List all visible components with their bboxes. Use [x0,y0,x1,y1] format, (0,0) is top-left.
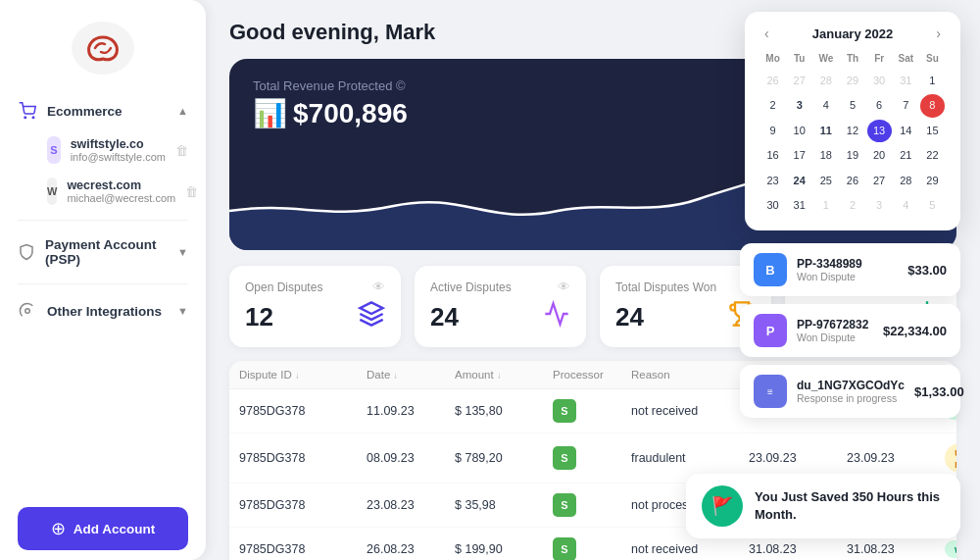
calendar-day[interactable]: 29 [920,170,945,192]
cal-day-header: Su [920,51,945,68]
calendar-day[interactable]: 13 [867,120,892,142]
stat-won-title: Total Disputes Won [615,280,716,294]
calendar-day[interactable]: 12 [840,120,864,142]
calendar-day[interactable]: 7 [894,94,918,117]
calendar-day[interactable]: 28 [813,70,838,92]
calendar-day[interactable]: 19 [840,144,864,167]
stat-open-eye-icon[interactable]: 👁 [372,280,385,294]
cell-response-due: 31.08.23 [739,542,837,556]
payment-group[interactable]: Payment Account (PSP) ▼ [0,229,206,276]
dmc-info: PP-3348989 Won Dispute [797,257,898,282]
calendar-day[interactable]: 5 [920,194,945,217]
calendar-day[interactable]: 10 [787,120,811,142]
dmc-status: Won Dispute [797,271,898,282]
wecrest-delete-icon[interactable]: 🗑 [185,184,198,199]
calendar-next-button[interactable]: › [932,25,945,41]
calendar-day[interactable]: 29 [840,70,864,92]
wecrest-email: michael@wecrest.com [67,192,175,204]
col-processor: Processor [543,369,621,381]
stat-open-bottom: 12 [245,300,385,333]
cell-id: 9785DG378 [229,404,357,418]
calendar-day[interactable]: 31 [787,194,811,217]
calendar-day[interactable]: 24 [787,170,811,192]
calendar-day[interactable]: 17 [787,144,811,167]
stat-active-eye-icon[interactable]: 👁 [558,280,570,294]
dmc-avatar: B [754,253,787,286]
ecommerce-group[interactable]: Ecommerce ▲ [0,92,206,129]
integrations-group[interactable]: Other Integrations ▼ [0,292,206,330]
dmc-info: du_1NG7XGCOdYc Response in progress [797,379,905,404]
calendar-prev-button[interactable]: ‹ [760,25,773,41]
stat-won-value: 24 [615,302,644,332]
calendar-day[interactable]: 23 [760,170,785,192]
calendar-day[interactable]: 5 [840,94,864,117]
cell-processor: S [543,493,621,517]
add-account-plus-icon: ⊕ [51,518,66,539]
stat-won-bottom: 24 [615,300,756,333]
calendar-day[interactable]: 16 [760,144,785,167]
add-account-button[interactable]: ⊕ Add Account [18,507,188,550]
integrations-icon [18,301,37,321]
status-badge: won [945,540,956,558]
calendar-day[interactable]: 1 [920,70,945,92]
account-wecrest[interactable]: W wecrest.com michael@wecrest.com 🗑 [0,171,206,212]
calendar-day[interactable]: 30 [867,70,892,92]
dmc-id: PP-97672832 [797,318,873,331]
savings-flag-icon: 🚩 [702,485,743,527]
calendar-day[interactable]: 1 [813,194,838,217]
divider-2 [18,283,188,284]
calendar-day[interactable]: 21 [894,144,918,167]
ecommerce-chevron: ▲ [177,105,188,117]
calendar-day[interactable]: 4 [813,94,838,117]
calendar-day[interactable]: 22 [920,144,945,167]
calendar-day[interactable]: 3 [787,94,811,117]
calendar-day[interactable]: 18 [813,144,838,167]
dmc-avatar: ≡ [754,375,787,408]
calendar-day[interactable]: 11 [813,120,838,142]
calendar-day[interactable]: 9 [760,120,785,142]
stat-active-bottom: 24 [430,300,570,333]
calendar-day[interactable]: 20 [867,144,892,167]
stat-active-disputes: Active Disputes 👁 24 [415,266,586,347]
calendar-day[interactable]: 2 [840,194,864,217]
logo-area [0,0,206,88]
cell-reason: not received [621,404,739,418]
calendar-day[interactable]: 30 [760,194,785,217]
stat-won-header: Total Disputes Won 👁 [615,280,756,294]
calendar-day[interactable]: 25 [813,170,838,192]
calendar-day[interactable]: 31 [894,70,918,92]
dispute-cards-overlay: B PP-3348989 Won Dispute $33.00 P PP-976… [740,243,960,418]
calendar-day[interactable]: 27 [867,170,892,192]
calendar-day[interactable]: 27 [787,70,811,92]
calendar-day[interactable]: 26 [760,70,785,92]
processor-badge: S [553,446,576,470]
calendar-overlay: ‹ January 2022 › MoTuWeThFrSatSu26272829… [745,12,960,230]
cell-reason: not received [621,542,739,556]
cal-day-header: Sat [894,51,918,68]
cal-day-header: We [813,51,838,68]
dmc-amount: $22,334.00 [883,324,947,338]
svg-marker-4 [360,302,382,314]
calendar-day[interactable]: 3 [867,194,892,217]
cell-processor: S [543,399,621,423]
stat-active-title: Active Disputes [430,280,512,294]
calendar-day[interactable]: 14 [894,120,918,142]
calendar-day[interactable]: 15 [920,120,945,142]
processor-badge: S [553,493,576,517]
ecommerce-label: Ecommerce [47,104,122,119]
calendar-day[interactable]: 2 [760,94,785,117]
calendar-day[interactable]: 4 [894,194,918,217]
calendar-day[interactable]: 6 [867,94,892,117]
account-swiftstyle[interactable]: S swiftstyle.co info@swiftstyle.com 🗑 [0,129,206,171]
swiftstyle-delete-icon[interactable]: 🗑 [175,143,188,158]
col-amount: Amount ↓ [445,369,543,381]
dispute-mini-card: ≡ du_1NG7XGCOdYc Response in progress $1… [740,365,960,418]
wecrest-avatar: W [47,178,57,205]
calendar-day[interactable]: 8 [920,94,945,117]
stat-active-header: Active Disputes 👁 [430,280,570,294]
cal-day-header: Mo [760,51,785,68]
calendar-day[interactable]: 28 [894,170,918,192]
calendar-day[interactable]: 26 [840,170,864,192]
cell-amount: $ 789,20 [445,451,543,465]
swiftstyle-info: swiftstyle.co info@swiftstyle.com [71,137,166,163]
